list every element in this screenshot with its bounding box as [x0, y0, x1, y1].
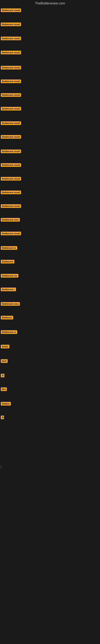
list-item: Bottleneck result	[1, 120, 100, 126]
bottleneck-result-badge[interactable]: Bottleneck result	[1, 37, 21, 40]
list-item	[1, 437, 100, 438]
bottleneck-result-badge[interactable]: Bottleneck re	[1, 246, 17, 250]
list-item: |	[1, 464, 100, 470]
bottleneck-result-badge[interactable]: Bottleneck result	[1, 150, 21, 153]
bottleneck-result-badge[interactable]: Bottleneck r	[1, 288, 16, 291]
list-item	[1, 450, 100, 452]
bottleneck-result-badge[interactable]: Bottleneck result	[1, 93, 21, 97]
bottleneck-result-badge[interactable]: Bottleneck resu	[1, 218, 20, 222]
list-item: Bottleneck result	[1, 65, 100, 71]
list-item: Bottleneck resu	[1, 301, 100, 307]
bottleneck-result-badge[interactable]: Bottleneck result	[1, 135, 21, 139]
bottleneck-result-badge[interactable]: Bottlen	[1, 402, 11, 406]
bottleneck-result-badge[interactable]: Bottleneck result	[1, 177, 21, 180]
bottleneck-result-badge[interactable]: Bottleneck result	[1, 107, 21, 110]
list-item: Bottleneck result	[1, 36, 100, 42]
list-item: Bottleneck result	[1, 79, 100, 85]
bottleneck-result-badge[interactable]: B	[1, 374, 4, 377]
list-item: B	[1, 373, 100, 379]
list-item: Bot	[1, 386, 100, 393]
bottleneck-result-badge[interactable]: Bottleneck result	[1, 66, 21, 70]
bottleneck-result-badge[interactable]: Bottleneck res	[1, 274, 18, 278]
bottleneck-result-badge[interactable]: Bottleneck result	[1, 121, 21, 125]
list-item: Bottleneck resu	[1, 217, 100, 223]
list-item: Bottleneck result	[1, 92, 100, 98]
bottleneck-result-badge[interactable]: Bottleneck result	[1, 22, 21, 26]
bottleneck-result-badge[interactable]: Bottle	[1, 345, 9, 348]
site-title: TheBottlenecker.com	[0, 0, 100, 6]
bottleneck-result-badge[interactable]: Bottleneck result	[1, 80, 21, 83]
list-item	[1, 486, 100, 487]
bottleneck-result-badge[interactable]: Bottleneck result	[1, 232, 21, 235]
site-title-bar: TheBottlenecker.com	[0, 0, 100, 6]
list-item	[1, 513, 100, 514]
bottleneck-result-badge[interactable]: Bott	[1, 359, 8, 363]
bottleneck-result-badge[interactable]: Bottlenec	[1, 316, 13, 320]
list-item: Bottleneck result	[1, 22, 100, 28]
list-item: Bottleneck res	[1, 273, 100, 279]
list-item: Bottleneck re	[1, 330, 100, 336]
bottleneck-result-badge[interactable]: Bottleneck resu	[1, 302, 20, 306]
list-item: Bottleneck result	[1, 162, 100, 168]
list-item: Bottleneck result	[1, 231, 100, 237]
list-item: Bottleneck result	[1, 190, 100, 196]
list-item: Bottleneck result	[1, 8, 100, 14]
list-item: Bottleneck r	[1, 287, 100, 293]
list-item: Bott	[1, 358, 100, 364]
list-item: Bottleneck re	[1, 245, 100, 251]
bottleneck-result-badge[interactable]: Bottleneck	[1, 260, 14, 264]
bottleneck-result-badge[interactable]: Bottleneck result	[1, 190, 21, 194]
bottleneck-result-badge[interactable]: Bottleneck re	[1, 330, 17, 334]
bottleneck-result-badge[interactable]: B	[1, 416, 4, 419]
bottleneck-result-badge[interactable]: Bottleneck result	[1, 8, 21, 12]
list-item: B	[1, 415, 100, 421]
bottleneck-result-badge[interactable]: Bottleneck result	[1, 204, 21, 208]
list-item: Bottleneck	[1, 259, 100, 265]
list-item: Bottleneck result	[1, 106, 100, 112]
bottleneck-list: Bottleneck resultBottleneck resultBottle…	[0, 8, 100, 514]
list-item	[1, 499, 100, 501]
bottleneck-result-badge[interactable]: Bottleneck result	[1, 163, 21, 167]
list-item: Bottleneck result	[1, 149, 100, 155]
bottleneck-result-badge[interactable]: Bot	[1, 388, 7, 391]
list-item: Bottlenec	[1, 315, 100, 321]
list-item: Bottleneck result	[1, 134, 100, 140]
list-item: Bottleneck result	[1, 176, 100, 182]
bottleneck-result-badge[interactable]: Bottleneck result	[1, 51, 21, 54]
list-item: Bottlen	[1, 401, 100, 407]
list-item: Bottle	[1, 344, 100, 350]
list-item: Bottleneck result	[1, 50, 100, 56]
list-item: Bottleneck result	[1, 204, 100, 210]
